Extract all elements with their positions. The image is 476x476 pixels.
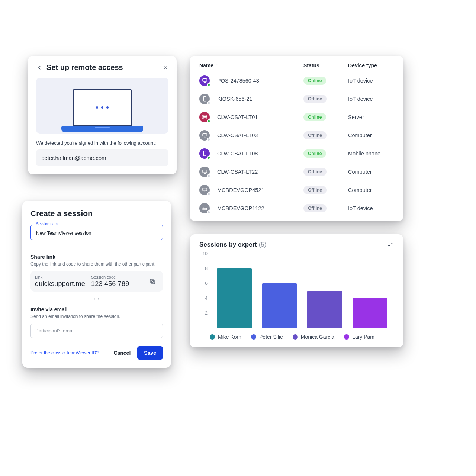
status-badge: Online [303,149,326,158]
status-badge: Offline [303,168,327,176]
table-row[interactable]: CLW-CSAT-LT08OnlineMobile phone [199,144,394,163]
device-type: Server [348,114,394,120]
device-name: CLW-CSAT-LT08 [217,151,258,157]
device-type: Computer [348,132,394,138]
share-link-box: Link quicksupport.me Session code 123 45… [30,271,163,292]
chart-bar [217,268,252,328]
chart-bar [262,283,297,328]
device-type: IoT device [348,96,394,102]
device-type: Computer [348,169,394,175]
svg-point-13 [203,209,204,209]
invite-title: Invite via email [30,306,163,312]
device-icon [199,112,210,122]
status-badge: Offline [303,95,327,103]
status-badge: Offline [303,131,327,139]
svg-rect-2 [202,79,206,82]
session-name-field[interactable]: Session name [30,225,163,240]
link-label: Link [35,275,85,279]
device-name: CLW-CSAT-LT22 [217,169,258,175]
chart-title: Sessions by expert (5) [199,241,266,248]
laptop-illustration [36,78,168,134]
device-name: CLW-CSAT-LT03 [217,132,258,138]
create-session-title: Create a session [30,209,163,218]
device-icon [199,148,210,159]
setup-title: Set up remote access [46,63,159,72]
legend-item: Mike Korn [210,334,241,340]
table-row[interactable]: CLW-CSAT-LT01OnlineServer [199,108,394,126]
cancel-button[interactable]: Cancel [107,346,137,360]
device-icon [199,203,210,213]
session-name-input[interactable] [35,230,158,236]
status-badge: Online [303,113,326,121]
code-value: 123 456 789 [91,280,141,288]
table-row[interactable]: MCBDEVGOP1122OfflineIoT device [199,199,394,217]
account-box: peter.hallman@acme.com [36,149,168,166]
svg-point-6 [203,116,204,116]
chart-bar [353,298,387,328]
device-type: IoT device [348,78,394,84]
device-name: CLW-CSAT-LT01 [217,114,258,120]
svg-rect-10 [202,170,206,173]
create-session-card: Create a session Session name Share link… [22,201,171,368]
device-type: IoT device [348,205,394,211]
device-name: MCBDEVGOP1122 [217,205,264,211]
svg-rect-8 [202,134,206,136]
y-tick: 10 [203,251,208,256]
col-status[interactable]: Status [303,62,348,68]
or-divider: Or [94,297,99,301]
y-tick: 6 [205,281,208,286]
sort-asc-icon: ↑ [216,63,218,68]
device-icon [199,167,210,177]
device-icon [199,75,210,86]
copy-icon[interactable] [147,275,158,288]
table-row[interactable]: MCBDEVGOP4521OfflineComputer [199,181,394,199]
sessions-chart-card: Sessions by expert (5) 246810 Mike KornP… [190,234,403,347]
status-badge: Offline [303,186,327,194]
close-icon[interactable] [163,65,168,71]
device-name: KIOSK-656-21 [217,96,252,102]
device-type: Computer [348,187,394,193]
device-icon [199,185,210,195]
y-tick: 8 [205,266,208,271]
participant-email-input[interactable] [30,324,163,338]
device-icon [199,94,210,104]
link-value: quicksupport.me [35,280,85,288]
classic-id-link[interactable]: Prefer the classic TeamViewer ID? [30,350,99,356]
col-type[interactable]: Device type [348,62,394,68]
back-icon[interactable] [36,64,43,71]
legend-item: Peter Silie [251,334,283,340]
table-row[interactable]: KIOSK-656-21OfflineIoT device [199,90,394,108]
legend-item: Lary Pam [344,334,374,340]
code-label: Session code [91,275,141,279]
setup-remote-access-card: Set up remote access We detected you're … [28,56,177,174]
device-icon [199,130,210,141]
device-table-card: Name ↑ Status Device type POS-2478560-43… [190,56,403,221]
status-badge: Offline [303,204,327,212]
invite-sub: Send an email invitation to share the se… [30,314,163,319]
share-link-title: Share link [30,254,163,260]
svg-rect-12 [202,208,206,210]
y-tick: 4 [205,296,208,301]
table-row[interactable]: CLW-CSAT-LT03OfflineComputer [199,126,394,144]
table-row[interactable]: CLW-CSAT-LT22OfflineComputer [199,163,394,181]
svg-rect-11 [202,188,206,191]
device-type: Mobile phone [348,151,394,157]
sort-icon[interactable] [387,241,394,248]
save-button[interactable]: Save [137,346,163,360]
detected-text: We detected you're signed in with the fo… [36,140,168,146]
share-link-sub: Copy the link and code to share them wit… [30,261,163,267]
y-tick: 2 [205,311,208,316]
col-name[interactable]: Name ↑ [199,62,303,68]
device-name: MCBDEVGOP4521 [217,187,264,193]
table-row[interactable]: POS-2478560-43OnlineIoT device [199,71,394,90]
legend-item: Monica Garcia [293,334,334,340]
chart-bar [307,291,342,328]
device-name: POS-2478560-43 [217,78,259,84]
svg-point-7 [203,118,204,118]
session-name-label: Session name [35,222,61,226]
status-badge: Online [303,77,326,85]
